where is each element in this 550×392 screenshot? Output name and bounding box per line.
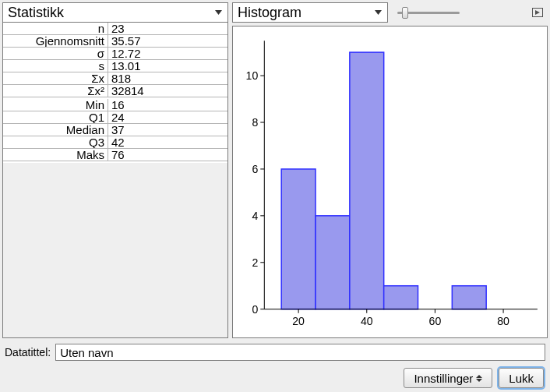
stat-label: Maks [3,149,108,161]
chart-panel: Histogram 024681020406080 [232,2,548,338]
stat-value: 24 [108,111,227,124]
stat-row: Q124 [3,111,227,124]
stat-row: n23 [3,23,227,35]
stat-row: Median37 [3,124,227,136]
svg-text:80: 80 [497,315,509,327]
stat-row: σ12.72 [3,48,227,60]
stat-value: 35.57 [108,35,227,48]
stat-value: 23 [108,23,227,35]
stat-value: 818 [108,72,227,85]
stat-value: 76 [108,149,227,161]
stat-value: 12.72 [108,48,227,60]
stat-label: Median [3,124,108,136]
chart-type-dropdown[interactable]: Histogram [232,2,388,23]
svg-marker-3 [535,10,540,15]
bin-slider[interactable] [393,2,523,23]
stat-label: Q1 [3,111,108,124]
stat-row: Min16 [3,99,227,111]
stat-row: Q342 [3,136,227,149]
stat-label: σ [3,48,108,60]
stat-row: Maks76 [3,149,227,161]
settings-button-label: Innstillinger [414,372,473,385]
stat-value: 37 [108,124,227,136]
stat-label: s [3,60,108,72]
svg-text:60: 60 [429,315,442,327]
svg-rect-7 [384,286,418,309]
stats-body: n23Gjennomsnitt35.57σ12.72s13.01Σx818Σx²… [2,23,228,338]
svg-text:2: 2 [252,256,258,269]
chevron-down-icon [212,5,224,19]
chevron-down-icon [372,5,384,19]
stat-value: 13.01 [108,60,227,72]
stat-label: Σx² [3,85,108,97]
stat-label: n [3,23,108,35]
stats-dropdown[interactable]: Statistikk [2,2,228,23]
svg-rect-6 [350,52,384,309]
stats-dropdown-label: Statistikk [8,5,64,21]
chart-type-label: Histogram [238,5,301,21]
svg-text:6: 6 [252,163,258,175]
stat-row: Σx818 [3,72,227,85]
popout-icon[interactable] [527,2,548,23]
stat-value: 42 [108,136,227,149]
stat-value: 16 [108,99,227,111]
svg-marker-0 [215,10,222,15]
stat-label: Gjennomsnitt [3,35,108,48]
histogram-chart: 024681020406080 [232,26,548,338]
svg-text:8: 8 [252,116,258,129]
data-title-label: Datatittel: [5,346,51,358]
stat-value: 32814 [108,85,227,97]
settings-button[interactable]: Innstillinger [404,368,492,388]
svg-rect-5 [316,216,350,309]
close-button[interactable]: Lukk [499,368,544,388]
stat-label: Σx [3,72,108,85]
stat-row: Gjennomsnitt35.57 [3,35,227,48]
svg-text:40: 40 [361,315,373,327]
data-title-input[interactable] [55,344,545,361]
svg-text:4: 4 [252,210,258,222]
stat-row: Σx²32814 [3,85,227,97]
stat-label: Min [3,99,108,111]
svg-text:10: 10 [246,69,259,82]
sort-icon [476,375,482,382]
svg-marker-1 [375,10,382,15]
svg-text:0: 0 [252,303,258,316]
stat-row: s13.01 [3,60,227,72]
close-button-label: Lukk [509,372,534,385]
stats-panel: Statistikk n23Gjennomsnitt35.57σ12.72s13… [2,2,228,338]
stat-label: Q3 [3,136,108,149]
svg-rect-4 [281,169,316,309]
svg-text:20: 20 [292,315,305,327]
svg-rect-8 [452,286,486,309]
